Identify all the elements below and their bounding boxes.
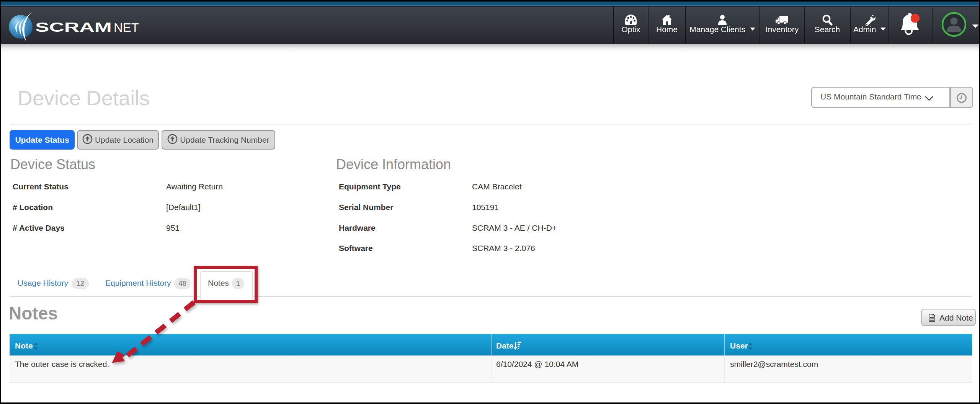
svg-text:NET: NET <box>114 21 139 34</box>
svg-text:SCRAM: SCRAM <box>35 20 112 34</box>
